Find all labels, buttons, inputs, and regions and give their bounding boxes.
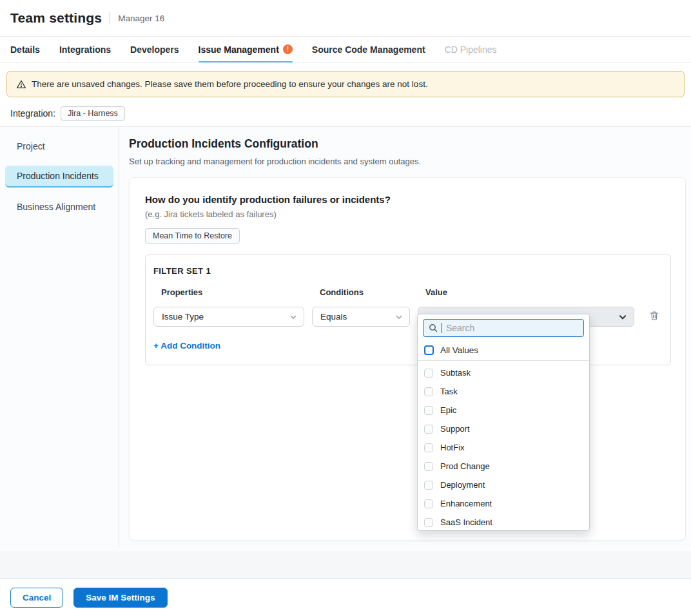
chevron-down-icon bbox=[289, 313, 297, 321]
integration-label: Integration: bbox=[10, 108, 55, 119]
tab-label: Issue Management bbox=[199, 44, 279, 55]
cancel-button[interactable]: Cancel bbox=[10, 588, 63, 608]
option-label: Prod Change bbox=[440, 461, 490, 471]
search-input[interactable] bbox=[446, 323, 578, 333]
delete-filter-icon[interactable] bbox=[648, 310, 660, 322]
checkbox-icon[interactable] bbox=[424, 481, 433, 490]
select-all-option[interactable]: All Values bbox=[418, 341, 589, 361]
option-label: Enhancement bbox=[440, 499, 492, 508]
conditions-column-label: Conditions bbox=[312, 287, 410, 297]
integration-chip[interactable]: Jira - Harness bbox=[61, 106, 125, 120]
option-label: Support bbox=[440, 424, 470, 434]
save-im-settings-button[interactable]: Save IM Settings bbox=[73, 588, 167, 608]
dropdown-option-saas-incident[interactable]: SaaS Incident bbox=[418, 513, 589, 531]
filter-set-box: FILTER SET 1 Properties Conditions Value… bbox=[145, 255, 671, 365]
unsaved-changes-banner: There are unsaved changes. Please save t… bbox=[6, 71, 685, 97]
dropdown-option-hotfix[interactable]: HotFix bbox=[418, 438, 589, 457]
option-label: Epic bbox=[440, 405, 456, 415]
add-condition-button[interactable]: + Add Condition bbox=[153, 341, 220, 351]
value-dropdown-panel: All Values Subtask Task Epic Support Hot… bbox=[417, 314, 590, 531]
unsaved-changes-text: There are unsaved changes. Please save t… bbox=[32, 79, 428, 89]
page-header: Team settings Manager 16 bbox=[0, 0, 691, 37]
tab-label: Source Code Management bbox=[312, 44, 425, 55]
checkbox-icon[interactable] bbox=[424, 443, 433, 452]
dropdown-search[interactable] bbox=[423, 319, 584, 337]
incidents-config-card: How do you identify production failures … bbox=[129, 177, 686, 541]
tab-issue-management[interactable]: Issue Management ! bbox=[199, 37, 293, 62]
option-label: HotFix bbox=[440, 443, 465, 452]
tab-label: Integrations bbox=[59, 44, 111, 55]
footer-spacer bbox=[0, 551, 691, 579]
sidebar-item-production-incidents[interactable]: Production Incidents bbox=[5, 166, 113, 188]
dropdown-option-enhancement[interactable]: Enhancement bbox=[418, 494, 589, 513]
checkbox-icon[interactable] bbox=[424, 387, 433, 396]
main-panel: Production Incidents Configuration Set u… bbox=[119, 127, 691, 552]
tab-cd-pipelines[interactable]: CD Pipelines bbox=[445, 37, 497, 62]
sidebar-item-business-alignment[interactable]: Business Alignment bbox=[5, 197, 113, 217]
checkbox-icon[interactable] bbox=[424, 345, 434, 355]
team-settings-page: Team settings Manager 16 Details Integra… bbox=[0, 0, 691, 616]
dropdown-option-epic[interactable]: Epic bbox=[418, 401, 589, 419]
sidebar-item-project[interactable]: Project bbox=[5, 136, 113, 157]
tab-label: Details bbox=[10, 44, 40, 55]
condition-select-value: Equals bbox=[320, 312, 347, 322]
property-select-value: Issue Type bbox=[162, 312, 204, 322]
tab-details[interactable]: Details bbox=[10, 37, 40, 62]
dropdown-option-task[interactable]: Task bbox=[418, 382, 589, 401]
warning-triangle-icon bbox=[16, 79, 26, 90]
properties-column-label: Properties bbox=[153, 287, 304, 297]
search-icon bbox=[429, 323, 438, 332]
checkbox-icon[interactable] bbox=[424, 518, 433, 527]
sidebar-item-label: Business Alignment bbox=[17, 202, 95, 212]
dropdown-option-support[interactable]: Support bbox=[418, 419, 589, 438]
text-cursor bbox=[442, 323, 442, 333]
filter-set-title: FILTER SET 1 bbox=[153, 266, 660, 276]
option-label: SaaS Incident bbox=[440, 517, 492, 527]
dropdown-options-list: Subtask Task Epic Support HotFix Prod Ch… bbox=[418, 361, 589, 531]
property-select[interactable]: Issue Type bbox=[153, 307, 304, 327]
tab-label: CD Pipelines bbox=[445, 44, 497, 55]
team-name: Manager 16 bbox=[118, 14, 164, 23]
title-divider bbox=[110, 12, 110, 24]
dropdown-option-deployment[interactable]: Deployment bbox=[418, 476, 589, 494]
option-label: Subtask bbox=[440, 368, 471, 378]
dropdown-option-prod-change[interactable]: Prod Change bbox=[418, 457, 589, 476]
metric-chip[interactable]: Mean Time to Restore bbox=[145, 228, 240, 244]
alert-badge-icon: ! bbox=[283, 44, 293, 54]
dropdown-option-subtask[interactable]: Subtask bbox=[418, 363, 589, 382]
integration-row: Integration: Jira - Harness bbox=[10, 105, 125, 122]
value-column-label: Value bbox=[418, 287, 634, 297]
tab-source-code-management[interactable]: Source Code Management bbox=[312, 37, 425, 62]
filter-column-labels: Properties Conditions Value bbox=[153, 287, 660, 297]
option-label: Deployment bbox=[440, 480, 485, 490]
settings-sidebar: Project Production Incidents Business Al… bbox=[0, 127, 119, 547]
checkbox-icon[interactable] bbox=[424, 406, 433, 415]
checkbox-icon[interactable] bbox=[424, 462, 433, 471]
tabs: Details Integrations Developers Issue Ma… bbox=[0, 37, 691, 63]
tab-integrations[interactable]: Integrations bbox=[59, 37, 111, 62]
chevron-down-icon bbox=[618, 313, 627, 322]
tab-label: Developers bbox=[130, 44, 179, 55]
footer-actions: Cancel Save IM Settings bbox=[0, 579, 691, 616]
sidebar-item-label: Production Incidents bbox=[17, 171, 99, 181]
sidebar-item-label: Project bbox=[17, 141, 45, 151]
section-title: Production Incidents Configuration bbox=[129, 137, 686, 151]
option-label: Task bbox=[440, 387, 458, 396]
checkbox-icon[interactable] bbox=[424, 499, 433, 508]
checkbox-icon[interactable] bbox=[424, 369, 433, 378]
chevron-down-icon bbox=[395, 313, 403, 321]
tab-developers[interactable]: Developers bbox=[130, 37, 179, 62]
section-subtitle: Set up tracking and management for produ… bbox=[129, 157, 686, 166]
page-title: Team settings bbox=[10, 10, 102, 26]
checkbox-icon[interactable] bbox=[424, 425, 433, 434]
question-hint: (e.g. Jira tickets labeled as failures) bbox=[145, 209, 670, 219]
question-heading: How do you identify production failures … bbox=[145, 194, 670, 205]
condition-select[interactable]: Equals bbox=[312, 307, 410, 327]
select-all-label: All Values bbox=[440, 345, 478, 355]
